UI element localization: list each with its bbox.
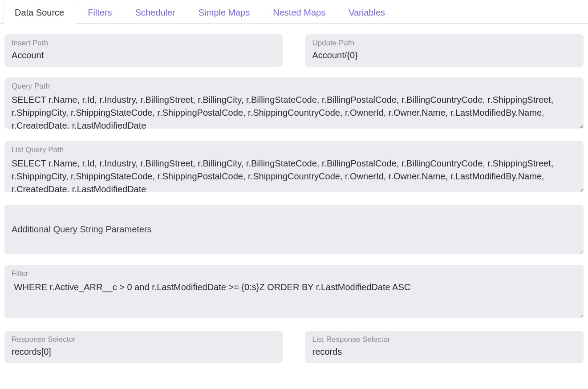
additional-params-label: Additional Query String Parameters bbox=[12, 224, 576, 235]
query-path-group: Query Path bbox=[4, 77, 584, 130]
tab-variables[interactable]: Variables bbox=[338, 2, 396, 23]
filter-group: Filter bbox=[4, 265, 584, 320]
update-path-input[interactable] bbox=[305, 34, 584, 67]
response-selector-group: Response Selector bbox=[4, 331, 283, 363]
additional-params-wrapper[interactable]: Additional Query String Parameters bbox=[4, 205, 584, 254]
tab-simple-maps[interactable]: Simple Maps bbox=[188, 2, 261, 23]
update-path-group: Update Path bbox=[305, 34, 584, 67]
response-selector-input[interactable] bbox=[4, 331, 283, 363]
tab-data-source[interactable]: Data Source bbox=[4, 2, 75, 24]
filter-textarea[interactable] bbox=[4, 265, 584, 318]
query-path-textarea[interactable] bbox=[4, 77, 584, 129]
insert-path-input[interactable] bbox=[4, 34, 283, 67]
list-response-selector-input[interactable] bbox=[305, 331, 584, 363]
tab-nested-maps[interactable]: Nested Maps bbox=[262, 2, 336, 23]
list-response-selector-group: List Response Selector bbox=[305, 331, 584, 363]
additional-params-group: Additional Query String Parameters bbox=[4, 205, 584, 254]
tab-content: Insert Path Update Path Query Path List … bbox=[0, 24, 588, 368]
list-query-path-textarea[interactable] bbox=[4, 141, 584, 192]
tab-filters[interactable]: Filters bbox=[77, 2, 122, 23]
tab-scheduler[interactable]: Scheduler bbox=[125, 2, 186, 23]
list-query-path-group: List Query Path bbox=[4, 141, 584, 194]
tabs-container: Data Source Filters Scheduler Simple Map… bbox=[0, 0, 588, 24]
insert-path-group: Insert Path bbox=[4, 34, 283, 67]
